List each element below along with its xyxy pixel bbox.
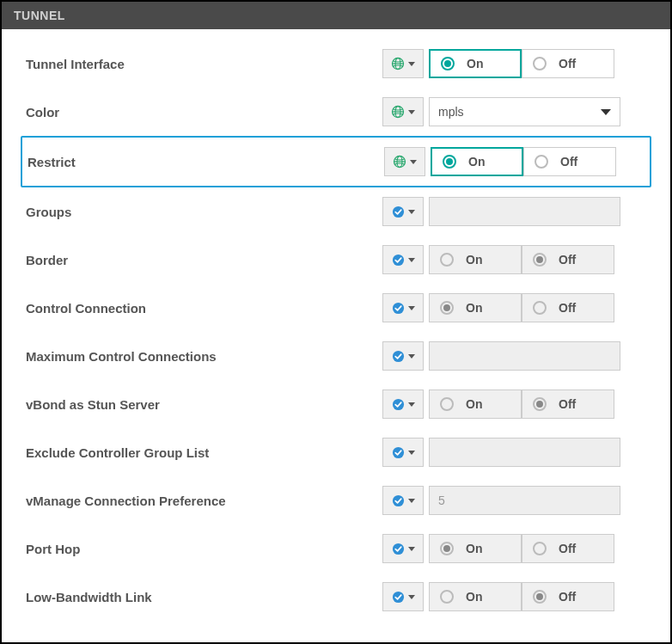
toggle-label: Off — [559, 397, 576, 411]
check-circle-icon — [392, 446, 405, 459]
tunnel-panel: TUNNEL Tunnel Interface On Off — [0, 0, 672, 644]
scope-btn-border[interactable] — [382, 245, 424, 274]
radio-icon — [441, 57, 455, 71]
radio-icon — [443, 155, 456, 169]
toggle-on[interactable]: On — [429, 293, 522, 322]
scope-btn-restrict[interactable] — [384, 147, 425, 176]
toggle-label: On — [467, 57, 483, 71]
caret-icon — [410, 160, 417, 164]
toggle-off[interactable]: Off — [522, 245, 614, 274]
radio-icon — [440, 590, 454, 604]
radio-icon — [533, 590, 547, 604]
row-low-bw: Low-Bandwidth Link On Off — [21, 573, 651, 621]
row-tunnel-interface: Tunnel Interface On Off — [21, 40, 651, 88]
toggle-label: On — [466, 397, 482, 411]
label-restrict: Restrict — [27, 155, 384, 169]
caret-icon — [408, 402, 415, 407]
toggle-on[interactable]: On — [429, 534, 522, 563]
toggle-label: Off — [559, 253, 576, 267]
caret-icon — [408, 547, 415, 551]
caret-icon — [408, 499, 415, 503]
toggle-on[interactable]: On — [429, 582, 522, 611]
check-circle-icon — [392, 591, 405, 604]
toggle-label: On — [468, 155, 485, 169]
toggle-label: Off — [559, 57, 576, 71]
toggle-control-connection: On Off — [429, 293, 614, 322]
row-vmanage-pref: vManage Connection Preference 5 — [21, 476, 651, 524]
input-value: 5 — [438, 494, 445, 507]
toggle-restrict: On Off — [431, 147, 616, 176]
label-max-control: Maximum Control Connections — [26, 349, 382, 364]
row-restrict: Restrict On Off — [21, 136, 651, 187]
row-port-hop: Port Hop On Off — [21, 524, 651, 573]
input-vmanage-pref[interactable]: 5 — [429, 486, 620, 515]
globe-icon — [391, 105, 405, 119]
input-groups[interactable] — [429, 197, 620, 226]
toggle-on[interactable]: On — [431, 147, 523, 176]
row-control-connection: Control Connection On Off — [21, 284, 651, 332]
row-groups: Groups — [21, 187, 651, 236]
toggle-label: On — [466, 590, 482, 604]
caret-icon — [408, 306, 415, 310]
scope-btn-low-bw[interactable] — [382, 582, 424, 611]
row-color: Color mpls — [21, 88, 651, 136]
label-groups: Groups — [26, 205, 382, 219]
toggle-label: On — [466, 253, 482, 267]
scope-btn-vbond-stun[interactable] — [382, 389, 424, 419]
toggle-off[interactable]: Off — [522, 534, 614, 563]
section-header: TUNNEL — [2, 2, 670, 29]
toggle-off[interactable]: Off — [522, 293, 614, 322]
row-exclude-group: Exclude Controller Group List — [21, 428, 651, 476]
scope-btn-color[interactable] — [382, 97, 424, 126]
form-body: Tunnel Interface On Off — [2, 29, 670, 640]
check-circle-icon — [392, 205, 405, 218]
caret-icon — [408, 258, 415, 262]
toggle-label: Off — [559, 542, 576, 555]
radio-icon — [533, 397, 547, 411]
check-circle-icon — [392, 350, 405, 363]
input-exclude-group[interactable] — [429, 438, 620, 467]
input-max-control[interactable] — [429, 341, 620, 371]
label-vmanage-pref: vManage Connection Preference — [26, 494, 382, 508]
label-tunnel-interface: Tunnel Interface — [26, 57, 382, 71]
select-value: mpls — [438, 105, 464, 119]
scope-btn-control-connection[interactable] — [382, 293, 424, 322]
scope-btn-exclude-group[interactable] — [382, 438, 424, 467]
toggle-off[interactable]: Off — [522, 582, 614, 611]
toggle-on[interactable]: On — [429, 245, 522, 274]
radio-icon — [533, 542, 547, 555]
scope-btn-port-hop[interactable] — [382, 534, 424, 563]
globe-icon — [391, 57, 405, 71]
scope-btn-max-control[interactable] — [382, 341, 424, 371]
scope-btn-vmanage-pref[interactable] — [382, 486, 424, 515]
chevron-down-icon — [601, 109, 611, 115]
toggle-on[interactable]: On — [429, 49, 522, 78]
caret-icon — [408, 62, 415, 66]
radio-icon — [533, 253, 547, 267]
radio-icon — [440, 542, 454, 555]
toggle-label: On — [466, 542, 482, 555]
toggle-off[interactable]: Off — [522, 49, 614, 78]
scope-btn-groups[interactable] — [382, 197, 424, 226]
label-border: Border — [26, 253, 382, 267]
caret-icon — [408, 210, 415, 214]
check-circle-icon — [392, 398, 405, 411]
toggle-off[interactable]: Off — [523, 147, 616, 176]
toggle-border: On Off — [429, 245, 614, 274]
check-circle-icon — [392, 302, 405, 315]
toggle-off[interactable]: Off — [522, 389, 614, 419]
toggle-label: On — [466, 301, 482, 315]
radio-icon — [440, 301, 454, 315]
check-circle-icon — [392, 254, 405, 267]
radio-icon — [535, 155, 548, 169]
label-control-connection: Control Connection — [26, 301, 382, 316]
label-vbond-stun: vBond as Stun Server — [26, 397, 382, 412]
row-vbond-stun: vBond as Stun Server On Off — [21, 380, 651, 428]
toggle-label: Off — [559, 590, 576, 604]
toggle-label: Off — [560, 155, 577, 169]
scope-btn-tunnel-interface[interactable] — [382, 49, 424, 78]
caret-icon — [408, 110, 415, 114]
toggle-on[interactable]: On — [429, 389, 522, 419]
select-color[interactable]: mpls — [429, 97, 620, 126]
radio-icon — [440, 397, 454, 411]
